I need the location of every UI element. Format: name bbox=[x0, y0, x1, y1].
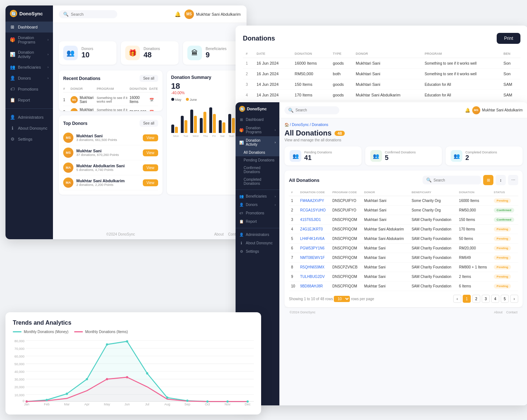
ads-sub-confirmed[interactable]: Confirmed Donations bbox=[236, 164, 279, 176]
table-search-input[interactable] bbox=[434, 178, 477, 182]
topbar-user[interactable]: MS Mukhtar Sani Abdulkarim bbox=[184, 9, 241, 19]
view-donor-button[interactable]: View bbox=[143, 164, 158, 171]
sidebar-item-report[interactable]: 📋 Report bbox=[5, 95, 53, 106]
ads-about-icon: ℹ bbox=[239, 241, 244, 245]
sidebar-item-settings[interactable]: ⚙ Settings bbox=[5, 134, 53, 145]
table-row: 10 9BD88AHJ8R DNSCPFIQOM Mukhtar Sani SA… bbox=[289, 282, 518, 291]
pending-label: Pending Donations bbox=[304, 150, 332, 154]
page-btn-3[interactable]: 3 bbox=[482, 295, 490, 303]
page-btn-2[interactable]: 2 bbox=[472, 295, 480, 303]
adp-table-header-row: # DONATION CODE PROGRAM CODE DONOR BENEF… bbox=[289, 189, 518, 196]
prev-page-btn[interactable]: ‹ bbox=[453, 295, 461, 303]
adp-table-body: 1 FM4AA2XVPY DNSCPUIFYO Mukhtari Sani So… bbox=[289, 196, 518, 291]
adp-footer-contact[interactable]: Contact bbox=[506, 310, 518, 314]
donor-avatar: MA bbox=[63, 163, 73, 173]
donation-code[interactable]: NMT08EWV1F bbox=[298, 253, 330, 263]
ads-item-admin[interactable]: 👤 Administrators bbox=[236, 230, 279, 239]
table-row: 4 Z4G1EJKRT0 DNSCPFIQOM Mukhtar Sani Abd… bbox=[289, 225, 518, 234]
adp-footer-about[interactable]: About bbox=[494, 310, 503, 314]
ads-item-activity[interactable]: 📊 Donation Activity › bbox=[236, 136, 279, 149]
main-footer: ©2024 DonoSync About Contact bbox=[100, 229, 247, 239]
adp-search-input[interactable] bbox=[295, 108, 336, 112]
ads-sub-all-donations[interactable]: All Donations bbox=[236, 149, 279, 156]
donation-code[interactable]: TULHBUG2DV bbox=[298, 272, 330, 282]
sidebar-item-promotions[interactable]: 🏷 Promotions bbox=[5, 84, 53, 95]
sidebar-label-donors: Donors bbox=[18, 76, 45, 80]
footer-copy: ©2024 DonoSync bbox=[106, 232, 135, 236]
ads-item-dashboard[interactable]: ⊞ Dashboard bbox=[236, 115, 279, 124]
sidebar-label-report: Report bbox=[18, 98, 49, 102]
search-input[interactable] bbox=[71, 12, 113, 16]
ads-promotions-icon: 🏷 bbox=[239, 211, 244, 215]
ads-logo-text: DonoSync bbox=[247, 107, 267, 111]
svg-point-25 bbox=[166, 397, 168, 399]
adp-table-search[interactable]: 🔍 bbox=[423, 176, 481, 184]
sidebar-item-administrators[interactable]: 👤 Administrators bbox=[5, 112, 53, 123]
completed-stat-icon: 👥 bbox=[451, 150, 462, 162]
bar-june bbox=[222, 122, 225, 133]
ads-item-programs[interactable]: 🎁 Donation Programs › bbox=[236, 124, 279, 136]
donation-code[interactable]: 41ST6SJID1 bbox=[298, 215, 330, 225]
top-donors-header: Top Donors See all bbox=[63, 120, 158, 127]
top-donors-card: Top Donors See all MS Mukhtari Sani 3 do… bbox=[59, 115, 163, 195]
view-donor-button[interactable]: View bbox=[143, 149, 158, 156]
ads-item-settings[interactable]: ⚙ Settings bbox=[236, 247, 279, 256]
footer-about[interactable]: About bbox=[214, 232, 224, 236]
donation-code[interactable]: RCGA1SYUHO bbox=[298, 206, 330, 215]
stat-donations: 🎁 Donations 48 bbox=[121, 41, 179, 65]
sort-button[interactable]: ↕ bbox=[496, 175, 506, 185]
ads-item-about[interactable]: ℹ About Donosync bbox=[236, 239, 279, 247]
top-donors-see-all[interactable]: See all bbox=[140, 120, 158, 127]
page-btn-1[interactable]: 1 bbox=[463, 295, 471, 303]
chart-labels: MonTueWedThuFriSatSun bbox=[171, 134, 237, 138]
ads-report-icon: 📋 bbox=[239, 219, 244, 224]
filter-button[interactable]: ⊞ bbox=[483, 175, 493, 185]
legend-items-label: Monthly Donations (Items) bbox=[85, 330, 128, 334]
more-icon: ⋯ bbox=[511, 178, 515, 183]
view-donor-button[interactable]: View bbox=[143, 134, 158, 141]
ads-item-promotions[interactable]: 🏷 Promotions bbox=[236, 209, 279, 217]
adp-search-box[interactable]: 🔍 bbox=[284, 106, 339, 114]
main-search-box[interactable]: 🔍 bbox=[59, 10, 117, 18]
svg-text:Jul: Jul bbox=[145, 402, 149, 406]
breadcrumb-home[interactable]: 🏠 bbox=[284, 123, 289, 127]
more-button[interactable]: ⋯ bbox=[508, 175, 518, 185]
bell-icon[interactable]: 🔔 bbox=[175, 11, 181, 17]
next-page-btn[interactable]: › bbox=[510, 295, 518, 303]
print-button[interactable]: Print bbox=[497, 33, 520, 44]
breadcrumb-donosync[interactable]: DonoSync bbox=[292, 123, 309, 127]
donation-code[interactable]: Z4G1EJKRT0 bbox=[298, 225, 330, 234]
view-donor-button[interactable]: View bbox=[143, 179, 158, 186]
page-btn-4[interactable]: 4 bbox=[491, 295, 499, 303]
sidebar-item-donation-programs[interactable]: 🎁 Donation Programs › bbox=[5, 33, 53, 47]
adp-bell-icon[interactable]: 🔔 bbox=[465, 108, 470, 113]
donation-code[interactable]: PGW53PY1N6 bbox=[298, 244, 330, 253]
table-row: 7 NMT08EWV1F DNSCPFIQOM Mukhtar Sani SAM… bbox=[289, 253, 518, 263]
sidebar-item-dashboard[interactable]: ⊞ Dashboard bbox=[5, 22, 53, 33]
bar-group bbox=[228, 114, 236, 133]
status-badge: Pending bbox=[494, 227, 511, 232]
ads-sub-pending[interactable]: Pending Donations bbox=[236, 156, 279, 164]
bar-group bbox=[190, 110, 198, 133]
stats-row: 👥 Donors 10 🎁 Donations 48 🏛 Beneficiari… bbox=[59, 41, 241, 65]
sidebar-item-donors[interactable]: 👤 Donors › bbox=[5, 73, 53, 84]
donation-code[interactable]: LH4F4K14V6A bbox=[298, 234, 330, 244]
ads-item-donors[interactable]: 👤 Donors › bbox=[236, 201, 279, 209]
ads-item-beneficiaries[interactable]: 👥 Beneficiaries › bbox=[236, 192, 279, 201]
sidebar-item-donation-activity[interactable]: 📊 Donation Activity › bbox=[5, 47, 53, 62]
pending-stat-icon: 👥 bbox=[290, 150, 301, 162]
sidebar-item-beneficiaries[interactable]: 👥 Beneficiaries › bbox=[5, 62, 53, 73]
bar-may bbox=[171, 125, 174, 133]
page-btn-5[interactable]: 5 bbox=[501, 295, 509, 303]
svg-point-22 bbox=[106, 343, 108, 345]
rows-per-page-select[interactable]: 102550 bbox=[334, 296, 350, 302]
sidebar-item-about[interactable]: ℹ About Donosync bbox=[5, 123, 53, 134]
donation-code[interactable]: FM4AA2XVPY bbox=[298, 196, 330, 206]
donation-code[interactable]: 9BD88AHJ8R bbox=[298, 282, 330, 291]
ads-sub-completed[interactable]: Completed Donations bbox=[236, 176, 279, 187]
table-row: 2 MS Mukhtari Sani Something to see if i… bbox=[63, 106, 158, 111]
adp-table-title: All Donations bbox=[289, 177, 320, 183]
donation-code[interactable]: R5QHN659MX bbox=[298, 263, 330, 272]
recent-donations-see-all[interactable]: See all bbox=[140, 75, 158, 82]
ads-item-report[interactable]: 📋 Report bbox=[236, 217, 279, 226]
